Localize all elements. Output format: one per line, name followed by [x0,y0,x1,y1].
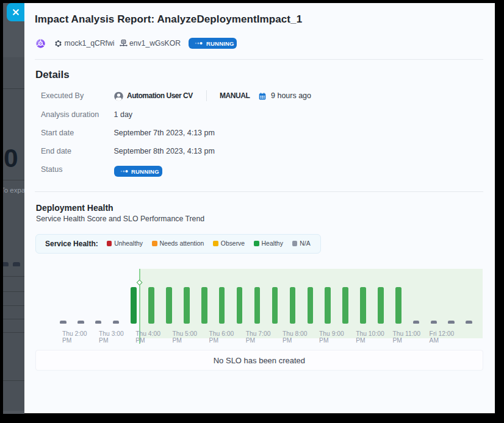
deployment-health-heading: Deployment Health [36,203,113,213]
environment-name[interactable]: env1_wGsKOR [129,39,181,48]
legend-item-unhealthy: Unhealthy [107,240,143,247]
health-bar [237,287,243,324]
executed-by-user: Automation User CV [127,91,193,100]
trigger-type: MANUAL [220,91,250,100]
slo-empty-text: No SLO has been created [214,356,305,365]
executed-time: 9 hours ago [271,91,311,100]
detail-row-duration: Analysis duration 1 day [41,105,468,124]
x-tick-label: Thu 6:00 PM [209,330,234,344]
background-bar [3,262,9,266]
health-bar [378,287,384,324]
legend-swatch-observe [213,241,218,246]
start-date-value: September 7th 2023, 4:13 pm [114,129,215,137]
background-hint-text: To expa [3,187,24,194]
detail-label: Executed By [41,91,114,100]
service-name[interactable]: mock1_qCRfwi [65,39,115,48]
detail-label: Status [41,165,114,174]
x-tick-label: Thu 9:00 PM [319,330,344,344]
legend-swatch-na [292,241,298,246]
slo-empty-state: No SLO has been created [35,350,483,371]
health-bar [325,287,331,324]
na-marker [431,321,437,323]
background-bar [13,262,20,266]
divider [35,59,483,60]
health-bar [219,287,225,324]
detail-row-executed-by: Executed By Automation User CV MANUAL [41,87,468,105]
x-tick-label: Thu 4:00 PM [135,330,160,344]
health-bar [342,287,348,324]
status-badge: RUNNING [189,38,237,49]
background-footer [3,411,24,414]
health-bar [254,287,261,324]
na-marker [466,321,472,323]
detail-row-status: Status RUNNING [41,160,468,179]
health-bar [131,287,137,324]
user-avatar-icon [114,91,123,101]
na-marker [95,321,102,323]
end-date-value: September 8th 2023, 4:13 pm [114,147,215,155]
close-button[interactable] [7,3,24,21]
health-bar [290,287,296,324]
x-tick-label: Thu 11:00 PM [392,330,420,344]
background-metric: 0 [4,144,18,173]
x-tick-label: Thu 5:00 PM [172,330,197,344]
calendar-icon [259,93,266,100]
legend-title: Service Health: [45,240,98,248]
health-bar [201,287,207,324]
background-page-column: 0 To expa [3,3,24,414]
environment-icon [120,40,128,47]
legend-swatch-needs-attention [152,241,157,246]
legend-item-needs-attention: Needs attention [152,240,204,247]
tag-row: mock1_qCRfwi env1_wGsKOR [36,38,237,49]
x-tick-label: Thu 3:00 PM [99,330,124,344]
legend-item-na: N/A [292,240,311,247]
deployment-marker-diamond [137,280,143,286]
health-bar [360,287,366,324]
x-tick-label: Thu 7:00 PM [246,330,271,344]
x-tick-label: Thu 10:00 PM [356,330,384,344]
detail-label: End date [41,147,114,155]
na-marker [60,321,67,323]
impact-analysis-report-modal: Impact Analysis Report: AnalyzeDeploymen… [24,3,495,413]
status-badge-label: RUNNING [131,168,159,175]
details-heading: Details [35,69,70,81]
health-bar [308,287,314,324]
deployment-health-subtitle: Service Health Score and SLO Performance… [36,215,204,223]
impact-analysis-icon [36,39,45,48]
na-marker [448,321,455,323]
vertical-separator [206,90,207,101]
x-tick-label: Fri 12:00 AM [430,330,455,344]
analysis-window-region [140,269,483,338]
analysis-duration-value: 1 day [114,110,133,119]
close-x-icon [12,8,20,16]
detail-label: Analysis duration [41,110,114,119]
health-bar [272,287,278,324]
running-dots-icon [120,169,128,173]
x-tick-label: Thu 2:00 PM [62,330,87,344]
service-gear-icon [54,40,62,48]
na-marker [77,321,84,323]
legend-swatch-healthy [254,241,259,246]
status-badge-label: RUNNING [206,40,234,47]
modal-title: Impact Analysis Report: AnalyzeDeploymen… [35,13,302,26]
legend-item-observe: Observe [213,240,245,247]
na-marker [413,321,420,323]
divider [35,191,483,192]
running-dots-icon [195,41,203,45]
legend-item-healthy: Healthy [254,240,283,247]
health-bar [166,287,172,324]
legend-swatch-unhealthy [107,241,112,246]
service-health-legend: Service Health: Unhealthy Needs attentio… [35,234,321,254]
page: 0 To expa Impact Analysis Report: Analyz… [0,0,504,423]
na-marker [113,321,120,323]
detail-label: Start date [41,129,114,137]
health-bar [184,287,190,324]
health-bar [395,287,401,324]
status-badge: RUNNING [114,166,162,177]
details-table: Executed By Automation User CV MANUAL [41,87,468,179]
x-tick-label: Thu 8:00 PM [283,330,308,344]
deployment-marker-line [139,269,140,343]
detail-row-end-date: End date September 8th 2023, 4:13 pm [41,142,468,160]
detail-row-start-date: Start date September 7th 2023, 4:13 pm [41,124,468,142]
health-bar [148,287,154,324]
